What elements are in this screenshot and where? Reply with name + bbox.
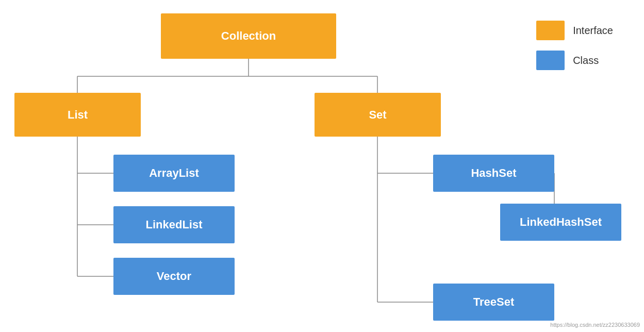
legend-interface: Interface xyxy=(536,21,613,40)
legend-interface-box xyxy=(536,21,565,40)
node-set: Set xyxy=(315,93,441,137)
node-list: List xyxy=(14,93,141,137)
legend-class: Class xyxy=(536,51,613,70)
node-collection: Collection xyxy=(161,13,336,59)
node-set-label: Set xyxy=(369,108,386,122)
node-treeset-label: TreeSet xyxy=(473,295,515,309)
node-list-label: List xyxy=(68,108,88,122)
node-linkedhashset: LinkedHashSet xyxy=(500,204,621,241)
diagram-container: Collection List Set ArrayList LinkedList… xyxy=(0,0,644,332)
legend-interface-label: Interface xyxy=(573,25,613,37)
node-vector: Vector xyxy=(113,258,235,295)
node-hashset-label: HashSet xyxy=(471,167,516,180)
legend-class-box xyxy=(536,51,565,70)
node-collection-label: Collection xyxy=(221,29,276,43)
legend-class-label: Class xyxy=(573,55,599,67)
watermark: https://blog.csdn.net/zz2230633069 xyxy=(550,322,640,328)
node-linkedlist: LinkedList xyxy=(113,206,235,243)
legend: Interface Class xyxy=(536,21,613,70)
node-arraylist: ArrayList xyxy=(113,155,235,192)
node-hashset: HashSet xyxy=(433,155,554,192)
node-treeset: TreeSet xyxy=(433,284,554,321)
node-arraylist-label: ArrayList xyxy=(149,167,199,180)
node-vector-label: Vector xyxy=(157,270,191,283)
node-linkedhashset-label: LinkedHashSet xyxy=(520,215,602,229)
node-linkedlist-label: LinkedList xyxy=(145,218,202,231)
